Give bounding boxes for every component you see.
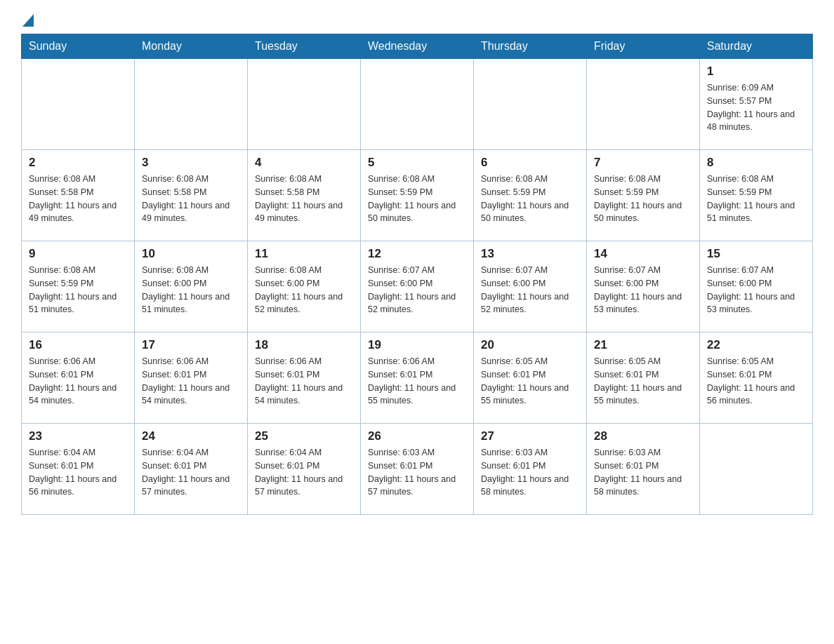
- day-info: Sunrise: 6:08 AMSunset: 5:59 PMDaylight:…: [707, 173, 805, 225]
- week-row-5: 23Sunrise: 6:04 AMSunset: 6:01 PMDayligh…: [22, 424, 813, 515]
- day-cell: 14Sunrise: 6:07 AMSunset: 6:00 PMDayligh…: [587, 241, 700, 333]
- day-number: 23: [29, 429, 127, 443]
- day-info: Sunrise: 6:04 AMSunset: 6:01 PMDaylight:…: [255, 446, 353, 499]
- day-cell: [135, 59, 248, 150]
- day-number: 9: [29, 247, 127, 261]
- day-cell: 17Sunrise: 6:06 AMSunset: 6:01 PMDayligh…: [135, 333, 248, 424]
- day-info: Sunrise: 6:03 AMSunset: 6:01 PMDaylight:…: [481, 446, 579, 499]
- day-info: Sunrise: 6:06 AMSunset: 6:01 PMDaylight:…: [368, 355, 466, 408]
- day-info: Sunrise: 6:08 AMSunset: 5:58 PMDaylight:…: [142, 173, 240, 225]
- day-cell: [22, 59, 135, 150]
- day-cell: 26Sunrise: 6:03 AMSunset: 6:01 PMDayligh…: [361, 424, 474, 515]
- day-cell: 24Sunrise: 6:04 AMSunset: 6:01 PMDayligh…: [135, 424, 248, 515]
- day-number: 14: [594, 247, 692, 261]
- day-cell: [361, 59, 474, 150]
- day-number: 24: [142, 429, 240, 443]
- day-info: Sunrise: 6:06 AMSunset: 6:01 PMDaylight:…: [255, 355, 353, 408]
- weekday-header-monday: Monday: [135, 34, 248, 59]
- day-cell: 4Sunrise: 6:08 AMSunset: 5:58 PMDaylight…: [248, 150, 361, 241]
- day-cell: 11Sunrise: 6:08 AMSunset: 6:00 PMDayligh…: [248, 241, 361, 333]
- day-cell: 7Sunrise: 6:08 AMSunset: 5:59 PMDaylight…: [587, 150, 700, 241]
- week-row-3: 9Sunrise: 6:08 AMSunset: 5:59 PMDaylight…: [22, 241, 813, 333]
- day-number: 15: [707, 247, 805, 261]
- day-cell: 10Sunrise: 6:08 AMSunset: 6:00 PMDayligh…: [135, 241, 248, 333]
- weekday-header-thursday: Thursday: [474, 34, 587, 59]
- day-number: 10: [142, 247, 240, 261]
- weekday-header-wednesday: Wednesday: [361, 34, 474, 59]
- day-info: Sunrise: 6:07 AMSunset: 6:00 PMDaylight:…: [368, 264, 466, 316]
- day-info: Sunrise: 6:06 AMSunset: 6:01 PMDaylight:…: [142, 355, 240, 408]
- day-info: Sunrise: 6:07 AMSunset: 6:00 PMDaylight:…: [707, 264, 805, 316]
- weekday-header-saturday: Saturday: [700, 34, 813, 59]
- day-info: Sunrise: 6:04 AMSunset: 6:01 PMDaylight:…: [29, 446, 127, 499]
- day-cell: [248, 59, 361, 150]
- weekday-header-sunday: Sunday: [22, 34, 135, 59]
- day-cell: 25Sunrise: 6:04 AMSunset: 6:01 PMDayligh…: [248, 424, 361, 515]
- day-info: Sunrise: 6:08 AMSunset: 6:00 PMDaylight:…: [142, 264, 240, 316]
- day-cell: 19Sunrise: 6:06 AMSunset: 6:01 PMDayligh…: [361, 333, 474, 424]
- day-cell: [700, 424, 813, 515]
- day-cell: [587, 59, 700, 150]
- day-info: Sunrise: 6:09 AMSunset: 5:57 PMDaylight:…: [707, 81, 805, 134]
- day-cell: 28Sunrise: 6:03 AMSunset: 6:01 PMDayligh…: [587, 424, 700, 515]
- day-info: Sunrise: 6:06 AMSunset: 6:01 PMDaylight:…: [29, 355, 127, 408]
- day-number: 26: [368, 429, 466, 443]
- day-cell: 8Sunrise: 6:08 AMSunset: 5:59 PMDaylight…: [700, 150, 813, 241]
- day-number: 3: [142, 156, 240, 170]
- day-number: 5: [368, 156, 466, 170]
- day-info: Sunrise: 6:08 AMSunset: 5:59 PMDaylight:…: [481, 173, 579, 225]
- day-number: 18: [255, 338, 353, 352]
- day-cell: 15Sunrise: 6:07 AMSunset: 6:00 PMDayligh…: [700, 241, 813, 333]
- day-number: 13: [481, 247, 579, 261]
- day-info: Sunrise: 6:08 AMSunset: 6:00 PMDaylight:…: [255, 264, 353, 316]
- day-cell: 20Sunrise: 6:05 AMSunset: 6:01 PMDayligh…: [474, 333, 587, 424]
- day-info: Sunrise: 6:07 AMSunset: 6:00 PMDaylight:…: [481, 264, 579, 316]
- weekday-header-tuesday: Tuesday: [248, 34, 361, 59]
- page-header: [21, 14, 813, 27]
- week-row-2: 2Sunrise: 6:08 AMSunset: 5:58 PMDaylight…: [22, 150, 813, 241]
- day-number: 17: [142, 338, 240, 352]
- day-info: Sunrise: 6:05 AMSunset: 6:01 PMDaylight:…: [707, 355, 805, 408]
- day-number: 28: [594, 429, 692, 443]
- day-number: 22: [707, 338, 805, 352]
- day-info: Sunrise: 6:05 AMSunset: 6:01 PMDaylight:…: [481, 355, 579, 408]
- day-cell: 3Sunrise: 6:08 AMSunset: 5:58 PMDaylight…: [135, 150, 248, 241]
- weekday-header-friday: Friday: [587, 34, 700, 59]
- day-number: 16: [29, 338, 127, 352]
- day-cell: 22Sunrise: 6:05 AMSunset: 6:01 PMDayligh…: [700, 333, 813, 424]
- day-cell: [474, 59, 587, 150]
- day-cell: 16Sunrise: 6:06 AMSunset: 6:01 PMDayligh…: [22, 333, 135, 424]
- day-info: Sunrise: 6:05 AMSunset: 6:01 PMDaylight:…: [594, 355, 692, 408]
- day-info: Sunrise: 6:08 AMSunset: 5:58 PMDaylight:…: [29, 173, 127, 225]
- day-number: 20: [481, 338, 579, 352]
- day-number: 21: [594, 338, 692, 352]
- day-number: 7: [594, 156, 692, 170]
- day-number: 6: [481, 156, 579, 170]
- logo: [21, 14, 34, 27]
- weekday-header-row: SundayMondayTuesdayWednesdayThursdayFrid…: [22, 34, 813, 59]
- day-cell: 12Sunrise: 6:07 AMSunset: 6:00 PMDayligh…: [361, 241, 474, 333]
- day-cell: 9Sunrise: 6:08 AMSunset: 5:59 PMDaylight…: [22, 241, 135, 333]
- day-info: Sunrise: 6:04 AMSunset: 6:01 PMDaylight:…: [142, 446, 240, 499]
- day-number: 1: [707, 65, 805, 79]
- day-number: 27: [481, 429, 579, 443]
- day-number: 19: [368, 338, 466, 352]
- day-cell: 18Sunrise: 6:06 AMSunset: 6:01 PMDayligh…: [248, 333, 361, 424]
- day-cell: 21Sunrise: 6:05 AMSunset: 6:01 PMDayligh…: [587, 333, 700, 424]
- day-cell: 1Sunrise: 6:09 AMSunset: 5:57 PMDaylight…: [700, 59, 813, 150]
- day-info: Sunrise: 6:08 AMSunset: 5:59 PMDaylight:…: [594, 173, 692, 225]
- logo-arrow-icon: [22, 14, 34, 27]
- day-number: 11: [255, 247, 353, 261]
- day-info: Sunrise: 6:07 AMSunset: 6:00 PMDaylight:…: [594, 264, 692, 316]
- day-info: Sunrise: 6:08 AMSunset: 5:59 PMDaylight:…: [29, 264, 127, 316]
- day-cell: 2Sunrise: 6:08 AMSunset: 5:58 PMDaylight…: [22, 150, 135, 241]
- day-info: Sunrise: 6:08 AMSunset: 5:59 PMDaylight:…: [368, 173, 466, 225]
- day-number: 8: [707, 156, 805, 170]
- week-row-4: 16Sunrise: 6:06 AMSunset: 6:01 PMDayligh…: [22, 333, 813, 424]
- day-cell: 13Sunrise: 6:07 AMSunset: 6:00 PMDayligh…: [474, 241, 587, 333]
- day-cell: 5Sunrise: 6:08 AMSunset: 5:59 PMDaylight…: [361, 150, 474, 241]
- day-number: 12: [368, 247, 466, 261]
- day-number: 4: [255, 156, 353, 170]
- day-number: 25: [255, 429, 353, 443]
- calendar-table: SundayMondayTuesdayWednesdayThursdayFrid…: [21, 34, 813, 515]
